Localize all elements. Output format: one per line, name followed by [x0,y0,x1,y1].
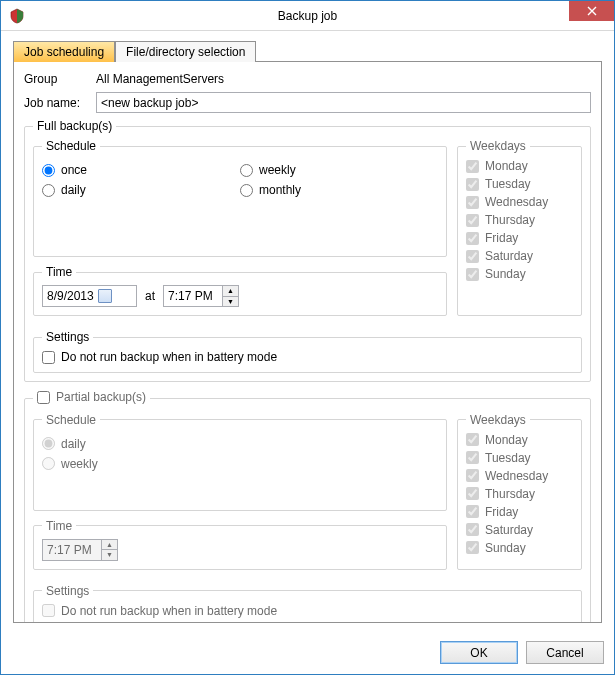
partial-weekday-wednesday: Wednesday [466,469,573,483]
full-backup-legend: Full backup(s) [33,119,116,133]
close-icon [587,6,597,16]
full-weekday-saturday: Saturday [466,249,573,263]
partial-time-spinner: ▲ ▼ [42,539,118,561]
partial-weekdays-group: Weekdays Monday Tuesday Wednesday Thursd… [457,413,582,570]
full-time-spinner[interactable]: ▲ ▼ [163,285,239,307]
content-area: Job scheduling File/directory selection … [1,31,614,633]
full-backup-group: Full backup(s) Schedule once weekly dail… [24,119,591,382]
partial-schedule-legend: Schedule [42,413,100,427]
full-weekdays-group: Weekdays Monday Tuesday Wednesday Thursd… [457,139,582,316]
partial-weekday-sunday: Sunday [466,541,573,555]
partial-settings-group: Settings Do not run backup when in batte… [33,584,582,624]
close-button[interactable] [569,1,614,21]
partial-weekday-friday: Friday [466,505,573,519]
full-weekday-friday: Friday [466,231,573,245]
full-weekday-wednesday: Wednesday [466,195,573,209]
full-schedule-daily[interactable]: daily [42,183,240,197]
tab-file-directory-selection[interactable]: File/directory selection [115,41,256,62]
full-schedule-once[interactable]: once [42,163,240,177]
partial-weekday-tuesday: Tuesday [466,451,573,465]
partial-schedule-daily: daily [42,437,438,451]
partial-backup-group: Partial backup(s) Schedule daily weekly … [24,390,591,623]
partial-weekday-saturday: Saturday [466,523,573,537]
full-date-picker[interactable]: 8/9/2013 [42,285,137,307]
full-battery-checkbox[interactable]: Do not run backup when in battery mode [42,350,573,364]
partial-weekday-monday: Monday [466,433,573,447]
full-weekday-sunday: Sunday [466,267,573,281]
partial-battery-checkbox: Do not run backup when in battery mode [42,604,573,618]
full-at-label: at [145,289,155,303]
full-weekdays-legend: Weekdays [466,139,530,153]
group-row: Group All ManagementServers [24,72,591,86]
group-value: All ManagementServers [96,72,224,86]
jobname-row: Job name: [24,92,591,113]
ok-button[interactable]: OK [440,641,518,664]
partial-enable-checkbox[interactable]: Partial backup(s) [37,390,146,404]
spin-down-icon: ▼ [102,550,117,560]
cancel-button[interactable]: Cancel [526,641,604,664]
full-schedule-legend: Schedule [42,139,100,153]
partial-time-value [43,540,101,560]
tab-panel-scheduling: Group All ManagementServers Job name: Fu… [13,61,602,623]
full-time-legend: Time [42,265,76,279]
partial-schedule-group: Schedule daily weekly [33,413,447,511]
jobname-input[interactable] [96,92,591,113]
app-icon [9,8,25,24]
tab-job-scheduling[interactable]: Job scheduling [13,41,115,62]
full-weekday-tuesday: Tuesday [466,177,573,191]
window-backup-job: Backup job Job scheduling File/directory… [0,0,615,675]
titlebar: Backup job [1,1,614,31]
full-settings-legend: Settings [42,330,93,344]
full-weekday-thursday: Thursday [466,213,573,227]
partial-weekday-thursday: Thursday [466,487,573,501]
window-title: Backup job [1,9,614,23]
group-label: Group [24,72,96,86]
partial-settings-legend: Settings [42,584,93,598]
partial-schedule-weekly: weekly [42,457,438,471]
partial-time-group: Time ▲ ▼ [33,519,447,570]
full-time-value[interactable] [164,286,222,306]
spin-up-icon: ▲ [102,540,117,551]
spin-up-icon[interactable]: ▲ [223,286,238,297]
partial-weekdays-legend: Weekdays [466,413,530,427]
full-weekday-monday: Monday [466,159,573,173]
jobname-label: Job name: [24,96,96,110]
partial-time-legend: Time [42,519,76,533]
dialog-footer: OK Cancel [1,633,614,674]
calendar-icon [98,289,112,303]
partial-backup-legend: Partial backup(s) [33,390,150,407]
full-schedule-group: Schedule once weekly daily monthly [33,139,447,257]
tabstrip: Job scheduling File/directory selection [13,41,602,62]
full-schedule-weekly[interactable]: weekly [240,163,438,177]
spin-down-icon[interactable]: ▼ [223,297,238,307]
full-schedule-monthly[interactable]: monthly [240,183,438,197]
full-time-group: Time 8/9/2013 at ▲ [33,265,447,316]
full-date-value: 8/9/2013 [47,289,94,303]
full-settings-group: Settings Do not run backup when in batte… [33,330,582,373]
